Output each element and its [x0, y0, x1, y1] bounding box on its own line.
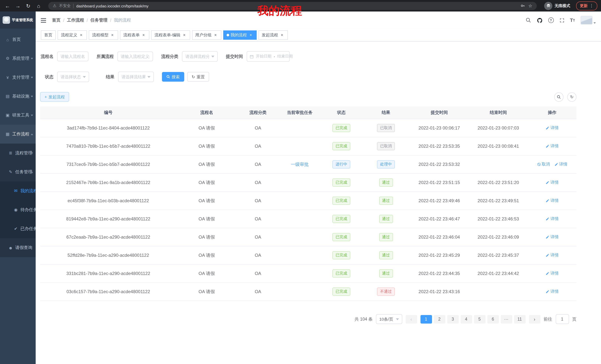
browser-menu-icon[interactable]: ⋮ [590, 3, 594, 8]
submit-time-cell: 2022-01-22 23:53:32 [410, 155, 469, 173]
sidebar-item-home[interactable]: ⌂首页 [0, 30, 36, 49]
sidebar-item-payment[interactable]: ¥支付管理 [0, 68, 36, 87]
sidebar-item-workflow[interactable]: ▦工作流程 [0, 125, 36, 144]
sidebar-item-done-tasks[interactable]: ✔已办任务 [0, 219, 36, 238]
process-name-cell: OA 请假 [176, 210, 237, 228]
close-icon[interactable]: × [182, 33, 187, 38]
yen-icon: ¥ [5, 75, 10, 80]
reset-button[interactable]: ↻ 重置 [187, 72, 209, 82]
detail-link[interactable]: 详情 [546, 180, 559, 185]
tab-process-definition[interactable]: 流程定义× [58, 30, 87, 40]
sidebar-item-leave-query[interactable]: ☻请假查询 [0, 238, 36, 257]
end-time-cell [469, 283, 528, 301]
sidebar-item-todo-tasks[interactable]: ◉待办任务 [0, 200, 36, 219]
search-icon[interactable] [525, 18, 531, 23]
current-task-cell [279, 264, 321, 283]
detail-link[interactable]: 详情 [546, 252, 559, 258]
back-icon[interactable]: ← [4, 2, 11, 10]
page-button-11[interactable]: 11 [514, 315, 525, 323]
table-row: ec45f38f-7b9a-11ec-b03b-acde48001122OA 请… [40, 192, 576, 210]
date-range-picker[interactable]: 开始日期 - 结束日期 [247, 51, 290, 62]
forward-icon[interactable]: → [14, 2, 21, 10]
status-tag: 已完成 [333, 269, 350, 278]
font-size-icon[interactable]: TT [570, 18, 575, 23]
result-cell: 不通过 [362, 283, 410, 301]
detail-link[interactable]: 详情 [546, 289, 559, 294]
sidebar-item-label: 我的流程 [20, 188, 36, 194]
breadcrumb-item-task-management[interactable]: 任务管理 [90, 18, 108, 23]
close-icon[interactable]: × [79, 33, 84, 38]
status-select[interactable]: 请选择状态 [57, 72, 89, 82]
end-time-cell: 2022-01-22 23:49:51 [469, 192, 528, 210]
close-icon[interactable]: × [280, 33, 284, 38]
category-select[interactable]: 请选择流程分类 [182, 51, 218, 62]
result-cell: 处理中 [362, 155, 410, 173]
page-size-select[interactable]: 10条/页 [376, 314, 402, 324]
detail-link[interactable]: 详情 [546, 234, 559, 240]
sidebar-item-process-management[interactable]: ≣流程管理 [0, 144, 36, 163]
start-process-button[interactable]: + 发起流程 [40, 92, 69, 102]
reload-icon[interactable]: ↻ [25, 2, 32, 10]
sidebar-item-system[interactable]: ⚙系统管理 [0, 49, 36, 68]
detail-link[interactable]: 详情 [554, 162, 567, 167]
filter-result: 结果 请选择流结果 [97, 72, 154, 82]
cancel-link[interactable]: 取消 [537, 162, 550, 167]
update-button[interactable]: 更新 ⋮ [576, 1, 597, 10]
detail-link[interactable]: 详情 [546, 125, 559, 131]
detail-link[interactable]: 详情 [546, 144, 559, 149]
breadcrumb-item-home[interactable]: 首页 [52, 18, 60, 23]
detail-link[interactable]: 详情 [546, 271, 559, 276]
page-button-1[interactable]: 1 [420, 315, 432, 323]
page-button-2[interactable]: 2 [434, 315, 445, 323]
tab-start-process[interactable]: 发起流程× [258, 30, 288, 40]
page-ellipsis[interactable]: ··· [501, 315, 512, 323]
process-name-input[interactable] [57, 52, 88, 61]
home-icon[interactable]: ⌂ [35, 2, 42, 10]
refresh-table-button[interactable]: ↻ [567, 92, 576, 102]
user-menu[interactable] [581, 16, 596, 25]
end-time: 2022-01-22 23:46:53 [478, 216, 519, 221]
page-button-3[interactable]: 3 [447, 315, 459, 323]
github-icon[interactable] [537, 17, 542, 23]
detail-link[interactable]: 详情 [546, 216, 559, 222]
tab-my-process[interactable]: 我的流程× [223, 30, 257, 40]
sidebar-item-label: 基础设施 [12, 94, 29, 99]
app-logo[interactable]: 芋道管理系统 [0, 11, 36, 29]
tab-process-form-edit[interactable]: 流程表单-编辑× [151, 30, 190, 40]
fullscreen-icon[interactable] [559, 18, 564, 23]
current-task-link[interactable]: 一级审批 [291, 162, 309, 167]
detail-link[interactable]: 详情 [546, 198, 559, 203]
page-button-5[interactable]: 5 [474, 315, 485, 323]
hamburger-icon[interactable] [41, 18, 46, 22]
breadcrumb-item-workflow[interactable]: 工作流程 [67, 18, 84, 23]
tab-process-model[interactable]: 流程模型× [89, 30, 118, 40]
tab-home[interactable]: 首页 [41, 30, 56, 40]
tab-process-form[interactable]: 流程表单× [120, 30, 149, 40]
close-icon[interactable]: × [110, 33, 115, 38]
goto-page-input[interactable] [555, 314, 569, 324]
key-icon[interactable] [520, 3, 526, 9]
process-definition-input[interactable] [117, 52, 153, 61]
close-icon[interactable]: × [248, 33, 253, 38]
page-button-6[interactable]: 6 [487, 315, 499, 323]
sidebar-item-task-management[interactable]: ✎任务管理 [0, 163, 36, 182]
bookmark-star-icon[interactable]: ☆ [528, 3, 532, 8]
search-button[interactable]: 搜索 [162, 72, 184, 82]
page-button-4[interactable]: 4 [461, 315, 472, 323]
close-icon[interactable]: × [213, 33, 218, 38]
toggle-search-button[interactable] [554, 92, 563, 102]
close-icon[interactable]: × [141, 33, 146, 38]
help-icon[interactable]: ? [548, 18, 554, 23]
navbar-actions: ? TT [525, 16, 596, 25]
tab-label: 发起流程 [262, 32, 278, 38]
end-time: 2022-01-22 23:49:51 [478, 198, 519, 203]
prev-page-button[interactable]: ‹ [405, 315, 417, 323]
tab-user-group[interactable]: 用户分组× [192, 30, 221, 40]
table-row: 52ffd28e-7b9a-11ec-a290-acde48001122OA 请… [40, 246, 576, 264]
next-page-button[interactable]: › [529, 315, 540, 323]
process-id-cell: 7317cec6-7b9b-11ec-b5b7-acde48001122 [40, 155, 176, 173]
sidebar-item-my-process[interactable]: ✉我的流程 [0, 182, 36, 200]
result-select[interactable]: 请选择流结果 [118, 72, 154, 82]
sidebar-item-infrastructure[interactable]: ▤基础设施 [0, 87, 36, 106]
sidebar-item-devtools[interactable]: ▣研发工具 [0, 106, 36, 125]
